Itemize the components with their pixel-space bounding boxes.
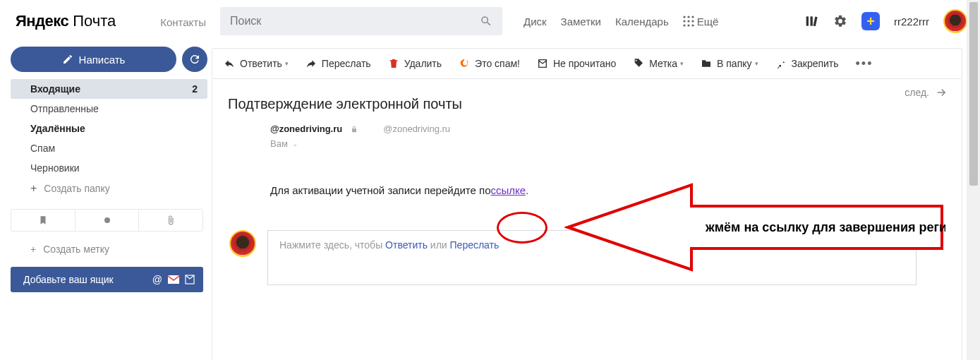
add-mailbox[interactable]: Добавьте ваш ящик @ xyxy=(11,267,203,292)
create-folder-label: Создать папку xyxy=(44,183,109,194)
tb-reply[interactable]: Ответить▾ xyxy=(224,58,289,69)
logo-mail: Почта xyxy=(73,12,116,30)
sender-email: @zonedriving.ru xyxy=(383,124,450,134)
filter-attach[interactable] xyxy=(138,210,202,231)
search-input[interactable] xyxy=(230,15,480,28)
avatar[interactable] xyxy=(943,9,967,33)
gear-icon[interactable] xyxy=(833,14,847,28)
svg-point-12 xyxy=(104,217,110,223)
tag-icon xyxy=(633,58,644,69)
refresh-icon xyxy=(188,53,201,66)
plus-icon: + xyxy=(30,244,36,255)
reply-icon xyxy=(224,58,235,69)
label-filters xyxy=(11,209,203,232)
nav-disk[interactable]: Диск xyxy=(524,16,547,28)
tb-spam[interactable]: Это спам! xyxy=(459,58,520,69)
nav-notes[interactable]: Заметки xyxy=(561,16,601,28)
forward-link[interactable]: Переслать xyxy=(450,239,500,251)
tb-pin[interactable]: Закрепить xyxy=(775,58,839,69)
add-mailbox-label: Добавьте ваш ящик xyxy=(23,274,114,285)
tb-unread[interactable]: Не прочитано xyxy=(537,58,616,69)
nav-more[interactable]: Ещё xyxy=(683,16,719,28)
svg-point-7 xyxy=(687,24,689,26)
gmail-icon xyxy=(168,275,179,284)
svg-point-3 xyxy=(683,20,685,22)
sender-from[interactable]: @zonedriving.ru xyxy=(270,124,342,134)
arrow-right-icon xyxy=(935,86,948,99)
at-icon: @ xyxy=(152,274,162,285)
svg-point-5 xyxy=(691,20,694,22)
svg-point-2 xyxy=(691,16,694,18)
filter-dot[interactable] xyxy=(75,210,139,231)
svg-rect-11 xyxy=(813,17,818,27)
svg-point-6 xyxy=(683,24,685,26)
tb-label[interactable]: Метка▾ xyxy=(633,58,684,69)
svg-point-1 xyxy=(687,16,689,18)
logo[interactable]: Яндекс Почта Контакты xyxy=(16,12,220,30)
username[interactable]: rr222rrr xyxy=(894,16,929,28)
logo-yandex: Яндекс xyxy=(16,12,68,30)
svg-rect-10 xyxy=(810,16,812,25)
filter-flag[interactable] xyxy=(11,210,75,231)
tb-folder[interactable]: В папку▾ xyxy=(701,58,758,69)
tb-forward[interactable]: Переслать xyxy=(306,58,371,69)
message-to[interactable]: Вам xyxy=(270,138,288,149)
message-subject: Подтверждение электронной почты xyxy=(228,96,946,112)
compose-icon xyxy=(62,54,73,65)
plus-button[interactable]: + xyxy=(861,12,880,30)
folder-inbox-label: Входящие xyxy=(30,83,80,95)
tb-more[interactable]: ••• xyxy=(856,56,873,71)
flame-icon xyxy=(459,58,470,69)
trash-icon xyxy=(388,58,399,69)
svg-point-0 xyxy=(683,16,685,18)
avatar-small xyxy=(229,230,256,257)
scrollbar[interactable] xyxy=(967,0,980,360)
create-label[interactable]: + Создать метку xyxy=(11,239,207,260)
nav-more-label: Ещё xyxy=(697,16,719,28)
nav-calendar[interactable]: Календарь xyxy=(615,16,669,28)
create-folder[interactable]: + Создать папку xyxy=(11,178,207,199)
reply-box[interactable]: Нажмите здесь, чтобы Ответить или Пересл… xyxy=(267,230,917,285)
pin-icon xyxy=(775,58,787,69)
svg-point-4 xyxy=(687,20,689,22)
envelope-icon xyxy=(537,58,548,69)
outlook-icon xyxy=(185,275,195,284)
folder-inbox-count: 2 xyxy=(192,83,198,95)
search-box[interactable] xyxy=(220,7,502,35)
scrollbar-thumb[interactable] xyxy=(969,2,978,186)
folder-spam[interactable]: Спам xyxy=(11,138,207,158)
lock-icon xyxy=(351,125,358,133)
plus-icon: + xyxy=(30,182,37,195)
folder-drafts[interactable]: Черновики xyxy=(11,158,207,178)
refresh-button[interactable] xyxy=(182,47,207,72)
folder-icon xyxy=(701,58,712,69)
message-body: Для активации учетной записи перейдите п… xyxy=(228,184,946,196)
compose-label: Написать xyxy=(79,54,126,66)
forward-icon xyxy=(306,58,317,69)
folder-sent[interactable]: Отправленные xyxy=(11,99,207,119)
reply-link[interactable]: Ответить xyxy=(385,239,428,251)
folder-inbox[interactable]: Входящие 2 xyxy=(11,79,207,99)
create-label-text: Создать метку xyxy=(43,244,109,255)
folder-deleted[interactable]: Удалённые xyxy=(11,119,207,138)
compose-button[interactable]: Написать xyxy=(11,47,176,72)
collections-icon[interactable] xyxy=(805,15,819,28)
activation-link[interactable]: ссылке xyxy=(491,184,526,196)
grid-icon xyxy=(683,16,694,27)
svg-rect-9 xyxy=(806,16,809,25)
message-toolbar: Ответить▾ Переслать Удалить Это спам! Не… xyxy=(212,48,962,79)
search-icon[interactable] xyxy=(480,15,492,28)
tb-delete[interactable]: Удалить xyxy=(388,58,442,69)
svg-point-8 xyxy=(691,24,694,26)
nav-next[interactable]: след. xyxy=(905,86,948,99)
contacts-link[interactable]: Контакты xyxy=(160,16,206,28)
chevron-down-icon[interactable]: ⌄ xyxy=(292,140,298,148)
